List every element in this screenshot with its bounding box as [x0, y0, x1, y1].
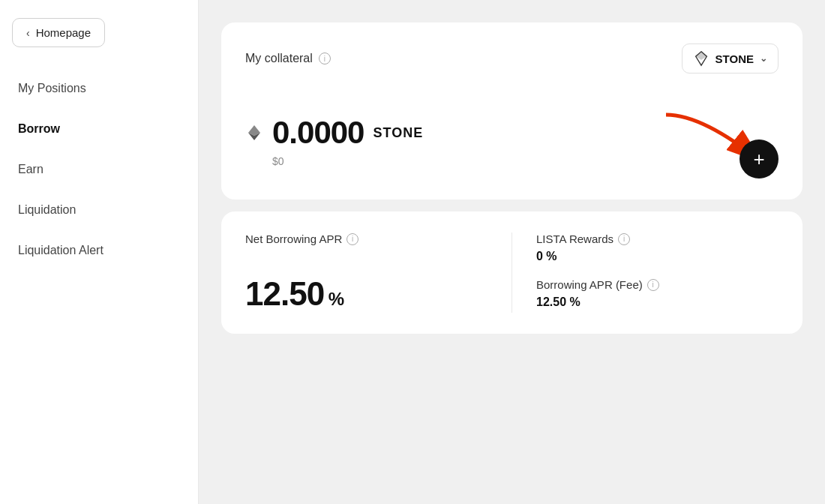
amount-number: 0.0000	[272, 115, 364, 151]
borrowing-fee-info-icon[interactable]: i	[647, 279, 659, 291]
main-content: My collateral i STONE ⌄	[199, 0, 825, 504]
amount-value: 0.0000 STONE	[245, 115, 423, 151]
stone-selector-label: STONE	[716, 52, 754, 65]
amount-usd: $0	[245, 155, 423, 167]
lista-rewards-section: LISTA Rewards i 0 %	[536, 232, 778, 263]
stone-selector-button[interactable]: STONE ⌄	[682, 44, 778, 74]
stone-logo-icon	[693, 50, 710, 67]
sidebar-item-liquidation[interactable]: Liquidation	[12, 190, 186, 230]
borrowing-fee-label: Borrowing APR (Fee) i	[536, 278, 778, 291]
lista-rewards-info-icon[interactable]: i	[618, 233, 630, 245]
apr-right-section: LISTA Rewards i 0 % Borrowing APR (Fee) …	[512, 232, 778, 313]
net-borrowing-value-container: 12.50 %	[245, 275, 488, 313]
amount-left: 0.0000 STONE $0	[245, 115, 423, 167]
net-borrowing-info-icon[interactable]: i	[346, 233, 358, 245]
collateral-header: My collateral i STONE ⌄	[245, 44, 778, 74]
sidebar-item-my-positions[interactable]: My Positions	[12, 68, 186, 109]
homepage-label: Homepage	[36, 26, 91, 39]
collateral-card: My collateral i STONE ⌄	[221, 22, 802, 200]
apr-left-section: Net Borrowing APR i 12.50 %	[245, 232, 512, 313]
eth-icon	[245, 124, 263, 142]
chevron-left-icon: ‹	[26, 27, 30, 39]
chevron-down-icon: ⌄	[760, 53, 767, 64]
sidebar-nav: My Positions Borrow Earn Liquidation Liq…	[12, 68, 186, 271]
sidebar: ‹ Homepage My Positions Borrow Earn Liqu…	[0, 0, 199, 504]
apr-card: Net Borrowing APR i 12.50 % LISTA Reward…	[221, 212, 802, 334]
plus-icon: +	[753, 148, 764, 171]
net-borrowing-value: 12.50 %	[245, 275, 344, 312]
lista-rewards-label: LISTA Rewards i	[536, 232, 778, 245]
homepage-button[interactable]: ‹ Homepage	[12, 18, 105, 47]
borrowing-fee-section: Borrowing APR (Fee) i 12.50 %	[536, 278, 778, 309]
amount-unit: STONE	[373, 125, 423, 141]
lista-rewards-value: 0 %	[536, 250, 778, 263]
net-borrowing-label: Net Borrowing APR i	[245, 232, 488, 245]
sidebar-item-earn[interactable]: Earn	[12, 149, 186, 190]
collateral-label: My collateral	[245, 52, 313, 65]
amount-row: 0.0000 STONE $0	[245, 104, 778, 178]
collateral-title: My collateral i	[245, 52, 331, 65]
collateral-info-icon[interactable]: i	[319, 52, 331, 64]
sidebar-item-borrow[interactable]: Borrow	[12, 109, 186, 149]
add-collateral-button[interactable]: +	[740, 140, 778, 178]
sidebar-item-liquidation-alert[interactable]: Liquidation Alert	[12, 230, 186, 271]
borrowing-fee-value: 12.50 %	[536, 296, 778, 309]
